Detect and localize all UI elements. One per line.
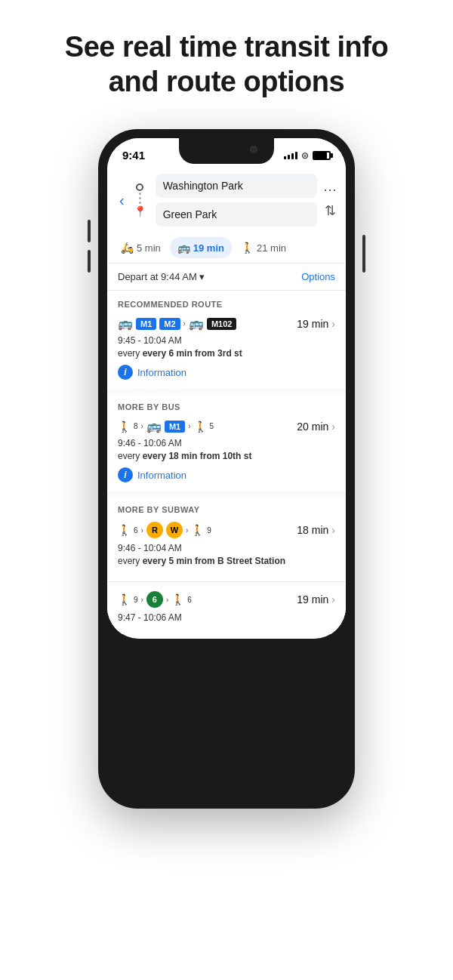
phone-frame: 9:41 ⊜ ‹ [98, 129, 355, 809]
dest-input[interactable]: Green Park [156, 202, 317, 227]
bus-icon: 🚌 [177, 242, 190, 254]
header-section: See real time transit info and route opt… [0, 0, 453, 122]
tab-walk[interactable]: 🚶 21 min [233, 237, 294, 258]
more-bus-duration: 20 min › [297, 421, 335, 433]
signal-bar-3 [291, 153, 294, 159]
wifi-icon: ⊜ [301, 150, 309, 161]
extra-route-row[interactable]: 🚶9 › 6 › 🚶6 19 min › [118, 591, 335, 608]
back-button[interactable]: ‹ [116, 189, 128, 212]
options-button[interactable]: Options [301, 271, 335, 282]
chevron-icon-rec: › [331, 318, 335, 330]
walk-num-sub-start: 6 [134, 526, 138, 535]
tab-scooter-label: 5 min [137, 242, 161, 254]
more-subway-route-row[interactable]: 🚶6 › R W › 🚶9 18 min › [118, 522, 335, 538]
phone-wrapper: 9:41 ⊜ ‹ [0, 122, 453, 824]
connector-dots [139, 193, 141, 204]
extra-route-section: 🚶9 › 6 › 🚶6 19 min › 9:47 - 10:06 AM [107, 581, 346, 634]
recommended-duration: 19 min › [297, 318, 335, 330]
walk-num-bus-end: 5 [210, 422, 214, 430]
status-time: 9:41 [122, 149, 145, 162]
recommended-badges: 🚌 M1 M2 › 🚌 M102 [118, 316, 236, 331]
more-bus-badges: 🚶8 › 🚌 M1 › 🚶5 [118, 419, 214, 433]
arrow-sep-sub1: › [141, 526, 143, 535]
signal-icon [284, 152, 297, 159]
more-subway-frequency: every every 5 min from B Street Station [118, 556, 335, 566]
badge-r: R [146, 522, 163, 538]
walk-num-extra-end: 6 [187, 596, 192, 604]
info-icon-bus: i [118, 467, 133, 482]
badge-m2: M2 [159, 318, 180, 330]
badge-m1-bus: M1 [165, 421, 185, 433]
arrow-sep-extra1: › [141, 596, 143, 604]
badge-m102: M102 [207, 318, 237, 330]
volume-down-button [88, 250, 91, 273]
origin-input[interactable]: Washington Park [156, 174, 317, 198]
more-bus-schedule: 9:46 - 10:06 AM [118, 438, 335, 448]
swap-directions-button[interactable]: ⇅ [325, 202, 336, 219]
info-icon-rec: i [118, 365, 133, 380]
arrow-sep-extra2: › [166, 596, 168, 604]
walk-num-extra-start: 9 [134, 596, 138, 604]
origin-row: Washington Park [156, 174, 317, 198]
battery-icon [313, 151, 331, 160]
origin-dot [136, 183, 143, 191]
more-bus-info-link[interactable]: i Information [118, 467, 335, 482]
signal-bar-4 [295, 152, 297, 159]
headline: See real time transit info and route opt… [23, 30, 430, 99]
tab-bus-label: 19 min [193, 242, 224, 254]
route-content: Depart at 9:44 AM ▾ Options RECOMMENDED … [107, 263, 346, 634]
connector-dot-3 [139, 202, 141, 204]
walk-icon-extra-end: 🚶 [171, 593, 184, 606]
recommended-info-label: Information [137, 367, 186, 378]
volume-up-button [88, 220, 91, 242]
bus-icon-rec2: 🚌 [189, 316, 204, 331]
power-button [362, 235, 365, 273]
extra-route-duration: 19 min › [297, 593, 335, 606]
walk-num-bus-start: 8 [134, 422, 138, 430]
badge-6: 6 [146, 591, 163, 608]
arrow-sep-bus2: › [188, 422, 190, 430]
more-bus-frequency: every every 18 min from 10th st [118, 451, 335, 461]
more-options-button[interactable]: ⋯ [323, 181, 337, 198]
connector-dot-1 [139, 193, 141, 195]
battery-fill [314, 153, 327, 159]
tab-scooter[interactable]: 🛵 5 min [113, 237, 168, 258]
search-area: ‹ 📍 Washington Park Green Park [107, 166, 346, 233]
more-subway-label: MORE BY SUBWAY [118, 505, 335, 514]
recommended-info-link[interactable]: i Information [118, 365, 335, 380]
destination-pin-icon: 📍 [134, 205, 146, 217]
dest-row: Green Park [156, 202, 317, 227]
chevron-icon-extra: › [331, 593, 335, 606]
more-bus-info-label: Information [137, 470, 186, 481]
chevron-icon-sub: › [331, 524, 335, 536]
tab-walk-label: 21 min [257, 242, 286, 254]
walk-icon-sub-start: 🚶 [118, 524, 131, 536]
origin-dest-indicators: 📍 [134, 183, 146, 217]
walk-icon-extra-start: 🚶 [118, 593, 131, 606]
status-icons: ⊜ [284, 150, 331, 161]
badge-m1: M1 [136, 318, 156, 330]
camera [250, 146, 257, 153]
recommended-route-section: RECOMMENDED ROUTE 🚌 M1 M2 › 🚌 M102 19 mi… [107, 291, 346, 389]
arrow-sep-1: › [183, 319, 186, 328]
more-bus-route-row[interactable]: 🚶8 › 🚌 M1 › 🚶5 20 min › [118, 419, 335, 433]
walk-num-sub-end: 9 [207, 526, 211, 535]
walk-icon-bus-start: 🚶 [118, 421, 131, 433]
depart-time[interactable]: Depart at 9:44 AM ▾ [118, 271, 205, 282]
notch [179, 138, 274, 164]
more-bus-label: MORE BY BUS [118, 402, 335, 411]
recommended-route-row[interactable]: 🚌 M1 M2 › 🚌 M102 19 min › [118, 316, 335, 331]
walk-icon: 🚶 [241, 242, 254, 254]
arrow-sep-bus1: › [141, 422, 143, 430]
tab-bus[interactable]: 🚌 19 min [170, 237, 232, 258]
signal-bar-1 [284, 156, 286, 159]
transport-tabs: 🛵 5 min 🚌 19 min 🚶 21 min [107, 233, 346, 263]
more-subway-badges: 🚶6 › R W › 🚶9 [118, 522, 211, 538]
phone-screen: 9:41 ⊜ ‹ [107, 138, 346, 639]
chevron-icon-bus: › [331, 421, 335, 433]
connector-dot-2 [139, 197, 141, 199]
recommended-label: RECOMMENDED ROUTE [118, 300, 335, 309]
recommended-frequency: every every 6 min from 3rd st [118, 348, 335, 359]
more-bus-section: MORE BY BUS 🚶8 › 🚌 M1 › 🚶5 20 min › [107, 393, 346, 492]
recommended-schedule: 9:45 - 10:04 AM [118, 335, 335, 346]
